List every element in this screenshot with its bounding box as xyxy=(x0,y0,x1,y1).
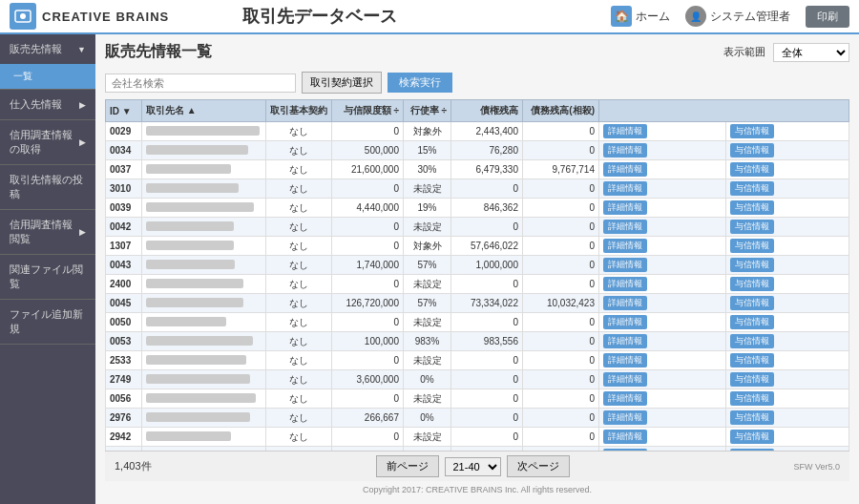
sidebar-item-purchase[interactable]: 仕入先情報 ▶ xyxy=(0,90,95,119)
credit-button[interactable]: 与信情報 xyxy=(730,277,774,291)
search-input[interactable] xyxy=(105,74,296,93)
cell-detail: 詳細情報 xyxy=(599,294,726,313)
credit-button[interactable]: 与信情報 xyxy=(730,239,774,253)
detail-button[interactable]: 詳細情報 xyxy=(603,143,647,158)
detail-button[interactable]: 詳細情報 xyxy=(603,410,647,425)
cell-balance2: 0 xyxy=(523,428,599,447)
credit-button[interactable]: 与信情報 xyxy=(730,315,774,329)
cell-rate: 未設定 xyxy=(404,313,451,332)
credit-button[interactable]: 与信情報 xyxy=(730,143,774,158)
prev-page-button[interactable]: 前ページ xyxy=(376,455,439,477)
credit-button[interactable]: 与信情報 xyxy=(730,200,774,215)
cell-balance2: 0 xyxy=(523,218,599,237)
cell-contract: なし xyxy=(266,122,332,141)
cell-balance2: 0 xyxy=(523,275,599,294)
cell-balance: 846,362 xyxy=(451,199,523,218)
cell-credit-btn: 与信情報 xyxy=(726,199,849,218)
credit-button[interactable]: 与信情報 xyxy=(730,258,774,272)
cell-name xyxy=(142,409,266,428)
credit-button[interactable]: 与信情報 xyxy=(730,353,774,368)
credit-button[interactable]: 与信情報 xyxy=(730,124,774,138)
detail-button[interactable]: 詳細情報 xyxy=(603,239,647,253)
credit-button[interactable]: 与信情報 xyxy=(730,334,774,348)
cell-id: 2942 xyxy=(106,428,142,447)
table-row: 0056 なし 0 未設定 0 0 詳細情報 与信情報 xyxy=(106,389,849,409)
table-row: 0050 なし 0 未設定 0 0 詳細情報 与信情報 xyxy=(106,313,849,332)
search-button[interactable]: 検索実行 xyxy=(388,73,452,93)
sidebar-item-credit-get[interactable]: 信用調査情報の取得 ▶ xyxy=(0,120,95,164)
credit-button[interactable]: 与信情報 xyxy=(730,391,774,406)
detail-button[interactable]: 詳細情報 xyxy=(603,430,647,444)
col-header-credit[interactable]: 与信限度額 ÷ xyxy=(332,100,404,122)
cell-credit-btn: 与信情報 xyxy=(726,428,849,447)
detail-button[interactable]: 詳細情報 xyxy=(603,372,647,387)
filter-select[interactable]: 全体 自社 共有 xyxy=(773,43,849,62)
detail-button[interactable]: 詳細情報 xyxy=(603,353,647,368)
user-nav-item[interactable]: 👤 システム管理者 xyxy=(685,6,790,27)
cell-credit: 0 xyxy=(332,179,404,199)
credit-button[interactable]: 与信情報 xyxy=(730,220,774,234)
sidebar-item-file-browse[interactable]: 関連ファイル閲覧 xyxy=(0,255,95,299)
sidebar-item-list[interactable]: 一覧 xyxy=(0,64,95,89)
detail-button[interactable]: 詳細情報 xyxy=(603,124,647,138)
col-header-name[interactable]: 取引先名 ▲ xyxy=(142,100,266,122)
cell-balance2: 10,032,423 xyxy=(523,294,599,313)
cell-id: 1307 xyxy=(106,237,142,256)
cell-balance: 57,646,022 xyxy=(451,237,523,256)
cell-id: 2400 xyxy=(106,275,142,294)
sidebar-item-file-add[interactable]: ファイル追加新規 xyxy=(0,300,95,344)
credit-button[interactable]: 与信情報 xyxy=(730,430,774,444)
detail-button[interactable]: 詳細情報 xyxy=(603,391,647,406)
page-range-select[interactable]: 1-20 21-40 41-60 61-80 xyxy=(445,457,501,476)
sidebar-item-post[interactable]: 取引先情報の投稿 xyxy=(0,165,95,209)
cell-contract: なし xyxy=(266,294,332,313)
contract-select-button[interactable]: 取引契約選択 xyxy=(302,72,382,94)
cell-balance2: 0 xyxy=(523,256,599,275)
sidebar-item-purchase-label: 仕入先情報 xyxy=(10,97,62,112)
sidebar-item-credit-browse[interactable]: 信用調査情報閲覧 ▶ xyxy=(0,210,95,254)
cell-balance: 76,280 xyxy=(451,141,523,160)
page-nav: 前ページ 1-20 21-40 41-60 61-80 次ページ xyxy=(376,455,570,477)
cell-id: 0029 xyxy=(106,122,142,141)
credit-button[interactable]: 与信情報 xyxy=(730,296,774,310)
cell-balance: 73,334,022 xyxy=(451,294,523,313)
print-button[interactable]: 印刷 xyxy=(806,6,849,28)
credit-button[interactable]: 与信情報 xyxy=(730,410,774,425)
cell-contract: なし xyxy=(266,313,332,332)
cell-balance2: 0 xyxy=(523,199,599,218)
cell-detail: 詳細情報 xyxy=(599,256,726,275)
detail-button[interactable]: 詳細情報 xyxy=(603,315,647,329)
sidebar-item-file-add-label: ファイル追加新規 xyxy=(10,307,86,336)
table-header-row: ID ▼ 取引先名 ▲ 取引基本契約 与信限度額 ÷ 行使率 ÷ 債権残高 債務… xyxy=(106,100,849,122)
detail-button[interactable]: 詳細情報 xyxy=(603,181,647,196)
credit-button[interactable]: 与信情報 xyxy=(730,181,774,196)
table-row: 2400 なし 0 未設定 0 0 詳細情報 与信情報 xyxy=(106,275,849,294)
detail-button[interactable]: 詳細情報 xyxy=(603,258,647,272)
cell-rate: 57% xyxy=(404,294,451,313)
col-header-id[interactable]: ID ▼ xyxy=(106,100,142,122)
next-page-button[interactable]: 次ページ xyxy=(507,455,570,477)
col-header-rate[interactable]: 行使率 ÷ xyxy=(404,100,451,122)
cell-balance2: 0 xyxy=(523,370,599,389)
detail-button[interactable]: 詳細情報 xyxy=(603,277,647,291)
credit-button[interactable]: 与信情報 xyxy=(730,372,774,387)
footer-bar: 1,403件 前ページ 1-20 21-40 41-60 61-80 次ページ … xyxy=(105,451,849,481)
cell-id: 0053 xyxy=(106,332,142,351)
table-row: 2749 なし 3,600,000 0% 0 0 詳細情報 与信情報 xyxy=(106,370,849,389)
cell-id: 2749 xyxy=(106,370,142,389)
sidebar-item-credit-browse-label: 信用調査情報閲覧 xyxy=(10,218,79,246)
detail-button[interactable]: 詳細情報 xyxy=(603,296,647,310)
detail-button[interactable]: 詳細情報 xyxy=(603,200,647,215)
cell-name xyxy=(142,332,266,351)
cell-contract: なし xyxy=(266,199,332,218)
detail-button[interactable]: 詳細情報 xyxy=(603,220,647,234)
home-nav-item[interactable]: 🏠 ホーム xyxy=(611,6,670,27)
detail-button[interactable]: 詳細情報 xyxy=(603,334,647,348)
page-title: 取引先データベース xyxy=(210,5,430,28)
sidebar-item-sales[interactable]: 販売先情報 ▼ xyxy=(0,34,95,64)
cell-balance2: 0 xyxy=(523,313,599,332)
detail-button[interactable]: 詳細情報 xyxy=(603,162,647,177)
credit-button[interactable]: 与信情報 xyxy=(730,162,774,177)
table-row: 2976 なし 266,667 0% 0 0 詳細情報 与信情報 xyxy=(106,409,849,428)
cell-name xyxy=(142,389,266,409)
